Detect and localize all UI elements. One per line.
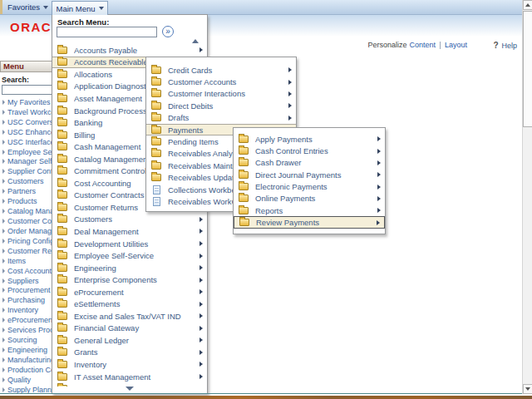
menu-item[interactable]: Cash Drawer bbox=[234, 157, 385, 169]
menu-item[interactable]: Inventory bbox=[52, 358, 207, 371]
chevron-right-icon bbox=[2, 347, 5, 352]
header-links bbox=[450, 0, 520, 14]
folder-icon bbox=[57, 215, 67, 223]
folder-icon bbox=[239, 171, 249, 179]
chevron-right-icon bbox=[2, 209, 5, 214]
favorites-tab[interactable]: Favorites bbox=[7, 0, 48, 14]
menu-item-label: Review Payments bbox=[256, 218, 377, 227]
menu-item[interactable]: Development Utilities bbox=[52, 238, 207, 250]
folder-icon bbox=[57, 95, 67, 102]
menu-item-label: Online Payments bbox=[255, 194, 377, 203]
menu-item[interactable]: Direct Journal Payments bbox=[234, 169, 385, 180]
menu-item[interactable]: Credit Cards bbox=[146, 64, 296, 76]
menu-item[interactable]: Direct Debits bbox=[146, 100, 296, 111]
menu-item-label: Customer Interactions bbox=[168, 89, 288, 98]
menu-item[interactable]: General Ledger bbox=[52, 334, 207, 347]
chevron-right-icon bbox=[2, 268, 5, 273]
folder-icon bbox=[151, 138, 161, 145]
document-icon bbox=[153, 185, 160, 195]
chevron-right-icon bbox=[200, 217, 203, 222]
menu-search-input[interactable] bbox=[57, 27, 157, 37]
menu-item[interactable]: IT Asset Management bbox=[52, 371, 207, 383]
menu-item[interactable]: Online Payments bbox=[234, 193, 385, 204]
chevron-right-icon bbox=[2, 278, 5, 283]
chevron-right-icon bbox=[2, 199, 5, 204]
folder-icon bbox=[57, 361, 67, 368]
menu-item[interactable]: Accounts Payable bbox=[52, 44, 207, 57]
chevron-right-icon bbox=[2, 130, 5, 135]
menu-item[interactable]: Customers bbox=[52, 214, 207, 226]
chevron-right-icon bbox=[200, 313, 203, 318]
menu-item[interactable]: Employee Self-Service bbox=[52, 249, 207, 262]
menu-item[interactable]: Deal Management bbox=[52, 225, 207, 238]
scroll-down-button[interactable] bbox=[523, 384, 532, 394]
menu-item[interactable]: Review Payments bbox=[234, 216, 385, 228]
chevron-right-icon bbox=[200, 254, 203, 259]
chevron-right-icon bbox=[2, 189, 5, 194]
sidebar-item-label: Sourcing bbox=[7, 336, 37, 344]
sidebar-item-label: Engineering bbox=[7, 346, 47, 354]
chevron-right-icon bbox=[288, 67, 292, 72]
bottom-taskbar-strip bbox=[0, 396, 532, 399]
main-menu-tab-label: Main Menu bbox=[57, 4, 96, 13]
personalize-layout-link[interactable]: Layout bbox=[445, 41, 467, 49]
menu-item[interactable]: eSettlements bbox=[52, 298, 207, 310]
personalize-content-link[interactable]: Content bbox=[409, 41, 436, 49]
menu-item-label: Accounts Payable bbox=[74, 46, 200, 55]
scrollbar-thumb[interactable] bbox=[523, 11, 532, 127]
scroll-up-button[interactable] bbox=[523, 0, 532, 10]
chevron-right-icon bbox=[2, 298, 5, 303]
menu-item[interactable]: Drafts bbox=[146, 112, 296, 124]
menu-item[interactable]: Electronic Payments bbox=[234, 180, 385, 192]
menu-item[interactable]: Cash Control Entries bbox=[234, 145, 385, 156]
menu-item-label: Cash Control Entries bbox=[255, 146, 377, 155]
menu-item[interactable]: Customer Accounts bbox=[146, 76, 296, 87]
chevron-right-icon bbox=[2, 377, 5, 382]
personalize-label: Personalize bbox=[367, 41, 406, 49]
main-menu-tab[interactable]: Main Menu bbox=[52, 1, 108, 15]
favorites-tab-label: Favorites bbox=[7, 2, 40, 12]
menu-item[interactable]: Enterprise Components bbox=[52, 273, 207, 286]
menu-item-label: Employee Self-Service bbox=[74, 251, 200, 260]
chevron-right-icon bbox=[2, 387, 5, 392]
menu-item[interactable]: Grants bbox=[52, 347, 207, 359]
vertical-scrollbar[interactable] bbox=[522, 0, 532, 394]
folder-icon bbox=[57, 167, 67, 175]
sidebar-item-label: Quality bbox=[7, 376, 31, 384]
chevron-right-icon bbox=[2, 249, 5, 254]
chevron-right-icon bbox=[200, 289, 203, 294]
help-link[interactable]: Help bbox=[501, 42, 517, 50]
menu-item[interactable]: eProcurement bbox=[52, 286, 207, 298]
sidebar-item-label: Items bbox=[7, 257, 26, 265]
chevron-right-icon bbox=[2, 219, 5, 224]
folder-icon bbox=[239, 183, 249, 190]
page-bottom-divider bbox=[0, 393, 532, 394]
menu-item[interactable]: Apply Payments bbox=[234, 133, 385, 145]
chevron-right-icon bbox=[377, 172, 381, 177]
menu-item[interactable]: Excise and Sales Tax/VAT IND bbox=[52, 310, 207, 323]
folder-icon bbox=[57, 348, 67, 356]
folder-icon bbox=[151, 102, 161, 110]
folder-icon bbox=[151, 90, 161, 97]
scroll-down-icon bbox=[525, 387, 530, 391]
document-icon bbox=[153, 197, 160, 206]
chevron-right-icon bbox=[200, 229, 203, 234]
search-go-button[interactable]: » bbox=[162, 26, 174, 37]
folder-icon bbox=[239, 159, 249, 166]
sidebar-item-label: Inventory bbox=[7, 306, 38, 314]
menu-item-label: Customers bbox=[74, 214, 200, 224]
chevron-right-icon bbox=[200, 337, 203, 342]
chevron-right-icon bbox=[2, 120, 5, 125]
scroll-down-icon[interactable] bbox=[126, 387, 134, 391]
folder-icon bbox=[57, 204, 67, 211]
sidebar-item-label: Partners bbox=[7, 187, 36, 195]
menu-item[interactable]: Engineering bbox=[52, 262, 207, 274]
menu-item-label: eProcurement bbox=[74, 288, 200, 297]
chevron-right-icon bbox=[2, 239, 5, 244]
menu-item[interactable]: Financial Gateway bbox=[52, 323, 207, 335]
scroll-up-icon[interactable] bbox=[192, 39, 199, 43]
menu-item[interactable]: Customer Interactions bbox=[146, 88, 296, 100]
chevron-right-icon bbox=[377, 185, 381, 190]
menu-item[interactable]: Reports bbox=[234, 204, 385, 216]
folder-icon bbox=[57, 252, 67, 259]
